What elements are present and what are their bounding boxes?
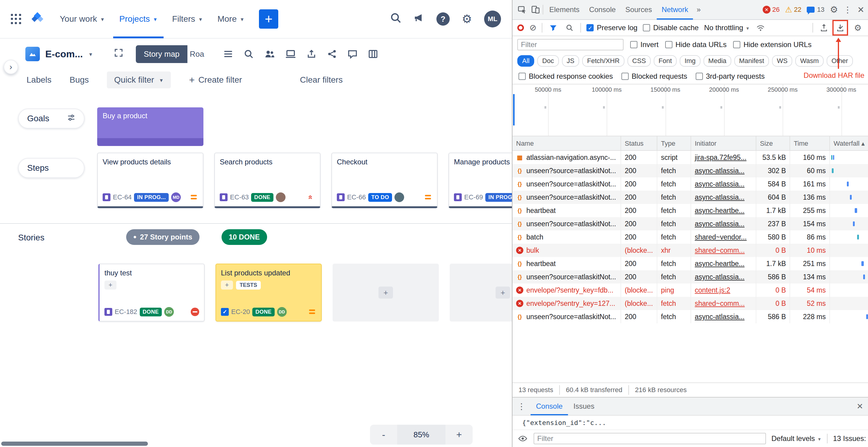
filter-chip-css[interactable]: CSS <box>627 55 651 67</box>
sidebar-expand-button[interactable]: › <box>4 60 18 74</box>
checkbox-blocked-response-cookies[interactable]: Blocked response cookies <box>519 72 613 81</box>
network-request-row[interactable]: ✕envelope/?sentry_key=fdb...(blocke...pi… <box>513 284 868 297</box>
network-conditions-icon[interactable] <box>755 22 766 33</box>
create-button[interactable]: + <box>259 9 278 29</box>
assignee-avatar[interactable] <box>276 192 285 202</box>
initiator-link[interactable]: async-atlassia... <box>695 167 745 174</box>
initiator-link[interactable]: shared~comm... <box>695 299 745 307</box>
step-card[interactable]: CheckoutEC-66TO DO <box>331 153 438 208</box>
user-avatar[interactable]: ML <box>484 10 501 27</box>
drawer-tab-issues[interactable]: Issues <box>568 397 600 415</box>
story-card[interactable]: List products updated+TESTSEC-20DONEDD <box>216 264 322 322</box>
hide-data-urls-checkbox[interactable]: Hide data URLs <box>665 40 726 49</box>
disable-cache-checkbox[interactable]: Disable cache <box>643 24 699 32</box>
network-filter-input[interactable] <box>517 39 623 51</box>
initiator-link[interactable]: async-heartbe... <box>695 260 745 267</box>
add-card-button[interactable]: + <box>496 287 510 298</box>
comment-icon[interactable] <box>347 49 358 59</box>
devtools-close-icon[interactable]: ✕ <box>858 5 864 15</box>
add-label-button[interactable]: + <box>104 281 117 290</box>
filter-chip-font[interactable]: Font <box>654 55 677 67</box>
hide-extension-urls-checkbox[interactable]: Hide extension URLs <box>733 40 811 49</box>
zoom-in-button[interactable]: + <box>445 425 473 445</box>
network-request-row[interactable]: {}unseen?source=atlaskitNot...200fetchas… <box>513 217 868 230</box>
network-request-row[interactable]: {}batch200fetchshared~vendor...580 B86 m… <box>513 230 868 244</box>
initiator-link[interactable]: jira-spa.72fe95... <box>695 154 746 161</box>
initiator-link[interactable]: shared~vendor... <box>695 233 747 241</box>
labels-filter[interactable]: Labels <box>27 75 52 85</box>
initiator-link[interactable]: async-atlassia... <box>695 313 745 321</box>
help-icon[interactable]: ? <box>436 12 450 26</box>
filter-chip-doc[interactable]: Doc <box>537 55 559 67</box>
preserve-log-checkbox[interactable]: ✓Preserve log <box>586 24 638 32</box>
initiator-link[interactable]: async-atlassia... <box>695 193 745 201</box>
clear-filters-button[interactable]: Clear filters <box>300 75 343 85</box>
filter-chip-other[interactable]: Other <box>827 55 853 67</box>
initiator-link[interactable]: content.js:2 <box>695 286 731 294</box>
story-card[interactable]: thuy test+EC-182DONEDD <box>98 264 205 322</box>
filter-funnel-icon[interactable] <box>548 22 559 33</box>
network-request-row[interactable]: {}unseen?source=atlaskitNot...200fetchas… <box>513 270 868 284</box>
console-message[interactable]: {"extension_id":"c... <box>513 416 868 430</box>
tab-elements[interactable]: Elements <box>545 0 584 20</box>
add-card-button[interactable]: + <box>378 287 393 298</box>
import-har-icon[interactable] <box>818 22 829 33</box>
filter-chip-js[interactable]: JS <box>562 55 580 67</box>
messages-badge[interactable]: 13 <box>807 6 824 13</box>
issues-counter[interactable]: 13 Issues: 13 <box>833 434 868 443</box>
filter-chip-media[interactable]: Media <box>704 55 731 67</box>
filter-chip-img[interactable]: Img <box>680 55 701 67</box>
network-request-row[interactable]: {}unseen?source=atlaskitNot...200fetchas… <box>513 164 868 178</box>
tab-sources[interactable]: Sources <box>621 0 657 20</box>
download-har-icon[interactable] <box>835 22 846 33</box>
error-badge[interactable]: ✕26 <box>763 6 780 13</box>
devtools-settings-icon[interactable]: ⚙ <box>830 5 838 14</box>
assignee-avatar[interactable]: MD <box>171 192 181 202</box>
step-card[interactable]: View products detailsEC-64IN PROG...MD <box>97 153 204 208</box>
record-icon[interactable] <box>517 25 524 31</box>
inspect-element-icon[interactable] <box>516 4 528 16</box>
people-icon[interactable] <box>264 49 275 59</box>
network-request-row[interactable]: {}unseen?source=atlaskitNot...200fetchas… <box>513 191 868 204</box>
nav-your-work[interactable]: Your work▼ <box>54 0 111 38</box>
filter-chip-manifest[interactable]: Manifest <box>734 55 769 67</box>
checkbox-blocked-requests[interactable]: Blocked requests <box>621 72 687 81</box>
initiator-link[interactable]: async-atlassia... <box>695 180 745 188</box>
story-map-toggle[interactable]: Story map <box>136 45 187 63</box>
column-header-status[interactable]: Status <box>621 136 657 151</box>
initiator-link[interactable]: async-atlassia... <box>695 220 745 228</box>
horizontal-scrollbar[interactable] <box>1 442 148 446</box>
more-tabs-chevron[interactable]: » <box>694 5 703 14</box>
rows-icon[interactable] <box>223 49 233 59</box>
project-name[interactable]: E-com... <box>45 49 83 60</box>
add-label-button[interactable]: + <box>221 281 233 290</box>
overview-selection-handle[interactable] <box>513 94 515 125</box>
network-request-row[interactable]: ▦atlassian-navigation.async-...200script… <box>513 151 868 164</box>
drawer-menu-icon[interactable]: ⋮ <box>517 402 526 411</box>
zoom-out-button[interactable]: - <box>370 425 397 445</box>
tab-network[interactable]: Network <box>657 0 693 20</box>
network-request-row[interactable]: {}unseen?source=atlaskitNot...200fetchas… <box>513 310 868 323</box>
quick-filter-button[interactable]: Quick filter▼ <box>107 71 171 88</box>
drawer-close-icon[interactable]: ✕ <box>857 402 863 411</box>
network-overview-timeline[interactable]: 50000 ms100000 ms150000 ms200000 ms25000… <box>513 85 868 136</box>
drawer-tab-console[interactable]: Console <box>531 397 568 415</box>
jira-logo-icon[interactable] <box>30 11 45 27</box>
step-card[interactable]: Manage productsEC-69IN PROG... <box>448 153 512 208</box>
checkbox-3rd-party-requests[interactable]: 3rd-party requests <box>696 72 765 81</box>
search-icon[interactable] <box>390 12 401 26</box>
column-header-waterfall[interactable]: Waterfall ▴ <box>830 136 868 151</box>
presentation-icon[interactable] <box>285 49 296 59</box>
roadmap-toggle[interactable]: Roa <box>187 45 212 63</box>
network-request-row[interactable]: {}heartbeat200fetchasync-heartbe...1.7 k… <box>513 257 868 270</box>
announcements-icon[interactable] <box>413 12 424 26</box>
goal-card[interactable]: Buy a product <box>97 107 204 146</box>
nav-projects[interactable]: Projects▼ <box>113 0 163 38</box>
search-icon[interactable] <box>244 49 254 59</box>
search-icon[interactable] <box>564 22 575 33</box>
assignee-avatar[interactable] <box>395 192 404 202</box>
column-header-name[interactable]: Name <box>513 136 621 151</box>
device-toolbar-icon[interactable] <box>529 4 541 16</box>
share-icon[interactable] <box>327 49 337 59</box>
assignee-avatar[interactable]: DD <box>164 307 174 317</box>
